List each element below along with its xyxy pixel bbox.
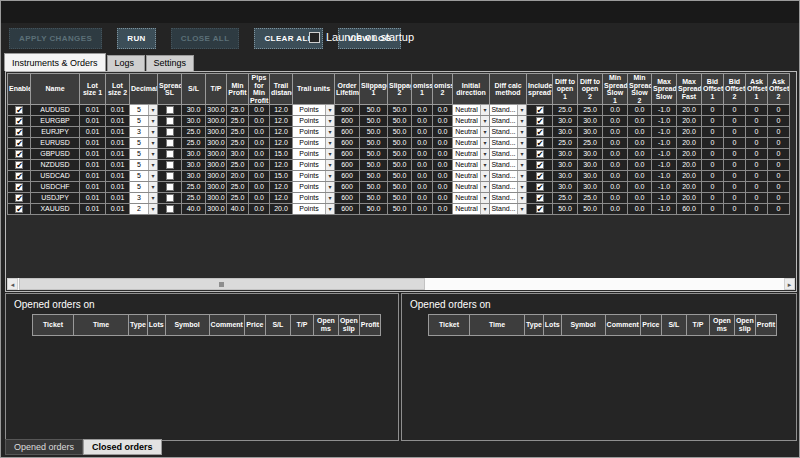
col-diff-calc-method[interactable]: Diff calc method [490,74,527,105]
cell-ask-offset-2[interactable]: 0 [768,160,790,171]
cell-s-l[interactable]: 40.0 [182,204,206,215]
cell-lot-size-2[interactable]: 0.01 [106,127,130,138]
cell-lot-size-2[interactable]: 0.01 [106,149,130,160]
cell-t-p[interactable]: 300.0 [206,171,227,182]
cell-slippage-2[interactable]: 50.0 [388,171,412,182]
decimals-combo[interactable]: 5▾ [130,182,157,192]
cell-max-spread-slow[interactable]: -1.0 [652,105,677,116]
scrollbar-track[interactable] [18,278,784,290]
close-all-button[interactable]: CLOSE ALL [171,28,240,49]
enabled-checkbox[interactable] [15,194,23,202]
cell-name[interactable]: USDCHF [31,182,80,193]
col-s-l[interactable]: S/L [182,74,206,105]
tab-instruments-orders[interactable]: Instruments & Orders [4,53,106,71]
cell-min-spread-slow-2[interactable]: 0.0 [628,204,652,215]
col-pips-for-min-profit[interactable]: Pips for Min Profit [249,74,270,105]
cell-name[interactable]: EURUSD [31,138,80,149]
cell-ask-offset-1[interactable]: 0 [746,127,768,138]
cell-ask-offset-2[interactable]: 0 [768,193,790,204]
diff-calc-method-combo[interactable]: Stand...▾ [490,149,526,159]
trail-units-combo[interactable]: Points▾ [293,149,334,159]
tab-settings[interactable]: Settings [146,55,195,71]
cell-ask-offset-1[interactable]: 0 [746,171,768,182]
cell-min-profit[interactable]: 25.0 [227,160,249,171]
decimals-combo[interactable]: 5▾ [130,160,157,170]
initial-direction-combo[interactable]: Neutral▾ [453,149,489,159]
cell-pips-for-min-profit[interactable]: 0.0 [249,138,270,149]
cell-order-lifetime[interactable]: 600 [335,138,360,149]
col-bid-offset-2[interactable]: Bid Offset 2 [724,74,746,105]
decimals-combo[interactable]: 5▾ [130,171,157,181]
trail-units-combo[interactable]: Points▾ [293,171,334,181]
cell-pips-for-min-profit[interactable]: 0.0 [249,171,270,182]
cell-name[interactable]: EURJPY [31,127,80,138]
cell-min-spread-slow-2[interactable]: 0.0 [628,160,652,171]
initial-direction-combo[interactable]: Neutral▾ [453,116,489,126]
cell-max-spread-fast[interactable]: 20.0 [677,160,702,171]
cell-diff-to-open-1[interactable]: 50.0 [553,204,578,215]
diff-calc-method-combo[interactable]: Stand...▾ [490,171,526,181]
cell-ask-offset-2[interactable]: 0 [768,149,790,160]
cell-omissio-2[interactable]: 0.0 [433,193,453,204]
cell-min-spread-slow-2[interactable]: 0.0 [628,182,652,193]
cell-order-lifetime[interactable]: 600 [335,193,360,204]
initial-direction-combo[interactable]: Neutral▾ [453,105,489,115]
col-ask-offset-2[interactable]: Ask Offset 2 [768,74,790,105]
cell-bid-offset-1[interactable]: 0 [702,105,724,116]
cell-diff-to-open-1[interactable]: 30.0 [553,182,578,193]
cell-name[interactable]: USDJPY [31,193,80,204]
cell-omissio-2[interactable]: 0.0 [433,182,453,193]
decimals-combo[interactable]: 5▾ [130,116,157,126]
enabled-checkbox[interactable] [15,183,23,191]
cell-max-spread-fast[interactable]: 20.0 [677,127,702,138]
spread-sl-checkbox[interactable] [166,128,174,136]
trail-units-combo[interactable]: Points▾ [293,204,334,214]
cell-slippage-1[interactable]: 50.0 [360,204,388,215]
col-lot-size-1[interactable]: Lot size 1 [80,74,106,105]
cell-diff-to-open-1[interactable]: 30.0 [553,160,578,171]
cell-diff-to-open-1[interactable]: 30.0 [553,116,578,127]
cell-max-spread-slow[interactable]: -1.0 [652,204,677,215]
cell-slippage-1[interactable]: 50.0 [360,149,388,160]
cell-omissio-1[interactable]: 0.0 [412,116,433,127]
cell-order-lifetime[interactable]: 600 [335,204,360,215]
include-spread-checkbox[interactable] [536,183,544,191]
cell-diff-to-open-1[interactable]: 25.0 [553,193,578,204]
diff-calc-method-combo[interactable]: Stand...▾ [490,182,526,192]
cell-s-l[interactable]: 25.0 [182,193,206,204]
cell-trail-distance[interactable]: 12.0 [270,138,293,149]
col-include-spread[interactable]: Include spread? [527,74,553,105]
cell-name[interactable]: USDCAD [31,171,80,182]
cell-name[interactable]: GBPUSD [31,149,80,160]
trail-units-combo[interactable]: Points▾ [293,127,334,137]
cell-slippage-2[interactable]: 50.0 [388,160,412,171]
cell-omissio-1[interactable]: 0.0 [412,193,433,204]
enabled-checkbox[interactable] [15,139,23,147]
col-omissio-1[interactable]: omissio 1 [412,74,433,105]
diff-calc-method-combo[interactable]: Stand...▾ [490,105,526,115]
cell-max-spread-slow[interactable]: -1.0 [652,182,677,193]
cell-order-lifetime[interactable]: 600 [335,116,360,127]
col-ask-offset-1[interactable]: Ask Offset 1 [746,74,768,105]
cell-t-p[interactable]: 300.0 [206,105,227,116]
cell-lot-size-2[interactable]: 0.01 [106,171,130,182]
cell-order-lifetime[interactable]: 600 [335,171,360,182]
cell-s-l[interactable]: 30.0 [182,149,206,160]
cell-diff-to-open-1[interactable]: 25.0 [553,105,578,116]
spread-sl-checkbox[interactable] [166,139,174,147]
cell-slippage-1[interactable]: 50.0 [360,138,388,149]
scroll-right-icon[interactable]: ▸ [784,278,795,290]
cell-max-spread-fast[interactable]: 20.0 [677,149,702,160]
cell-lot-size-1[interactable]: 0.01 [80,204,106,215]
cell-bid-offset-1[interactable]: 0 [702,127,724,138]
cell-omissio-1[interactable]: 0.0 [412,204,433,215]
col-initial-direction[interactable]: Initial direction [453,74,490,105]
cell-lot-size-1[interactable]: 0.01 [80,105,106,116]
cell-trail-distance[interactable]: 12.0 [270,182,293,193]
cell-pips-for-min-profit[interactable]: 0.0 [249,182,270,193]
cell-min-spread-slow-1[interactable]: 0.0 [603,193,628,204]
cell-bid-offset-2[interactable]: 0 [724,127,746,138]
trail-units-combo[interactable]: Points▾ [293,105,334,115]
cell-lot-size-1[interactable]: 0.01 [80,127,106,138]
cell-t-p[interactable]: 300.0 [206,138,227,149]
